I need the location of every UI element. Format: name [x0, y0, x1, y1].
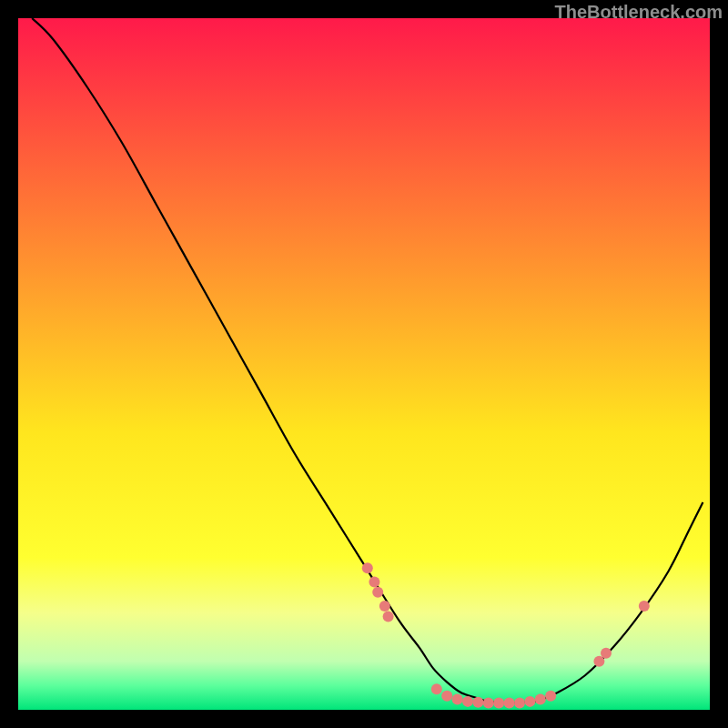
data-point — [535, 694, 546, 705]
data-point — [372, 587, 383, 598]
data-point — [462, 696, 473, 707]
data-point — [483, 697, 494, 708]
data-point — [493, 697, 504, 708]
data-point — [524, 696, 535, 707]
plot-area — [18, 18, 710, 710]
data-point — [472, 697, 483, 708]
data-point — [362, 562, 373, 573]
data-point — [383, 611, 394, 622]
data-point — [441, 691, 452, 702]
watermark-text: TheBottleneck.com — [555, 2, 723, 23]
data-point — [379, 601, 390, 612]
gradient-background — [18, 18, 710, 710]
data-point — [545, 691, 556, 702]
data-point — [431, 683, 442, 694]
chart-container: TheBottleneck.com — [0, 0, 728, 728]
data-point — [639, 601, 650, 612]
data-point — [369, 576, 379, 587]
data-point — [452, 694, 463, 705]
data-point — [601, 648, 612, 659]
data-point — [514, 697, 525, 708]
bottleneck-chart — [18, 18, 710, 710]
data-point — [504, 697, 515, 708]
